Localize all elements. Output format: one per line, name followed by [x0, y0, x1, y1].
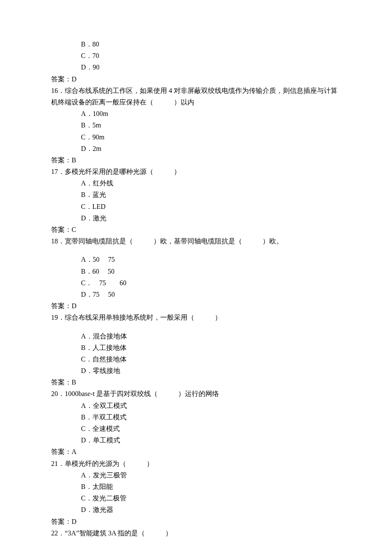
q17-option-c: C．LED [51, 201, 341, 212]
q17-option-b: B．蓝光 [51, 189, 341, 200]
blank-line [51, 247, 341, 254]
q17-option-a: A．红外线 [51, 177, 341, 189]
q17-option-d: D．激光 [51, 212, 341, 224]
q21-option-a: A．发光三极管 [51, 469, 341, 481]
q15-option-c: C．70 [51, 50, 341, 61]
q18-option-a: A．50 75 [51, 254, 341, 265]
q18-option-c: C． 75 60 [51, 277, 341, 289]
q16-stem: 16．综合布线系统的工作区，如果使用 4 对非屏蔽双绞线电缆作为传输介质，则信息… [51, 85, 341, 108]
q16-option-c: C．90m [51, 131, 341, 143]
q16-option-d: D．2m [51, 143, 341, 154]
q15-option-d: D．90 [51, 61, 341, 73]
q16-option-b: B．5m [51, 119, 341, 131]
q16-answer: 答案：B [51, 154, 341, 166]
q19-stem: 19．综合布线采用单独接地系统时，一般采用（ ） [51, 312, 341, 323]
q15-option-b: B．80 [51, 38, 341, 50]
document-page: B．80 C．70 D．90 答案：D 16．综合布线系统的工作区，如果使用 4… [0, 0, 392, 555]
q17-answer: 答案：C [51, 224, 341, 235]
q15-answer: 答案：D [51, 73, 341, 85]
q19-option-d: D．零线接地 [51, 365, 341, 376]
q21-stem: 21．单模光纤的光源为（ ） [51, 458, 341, 469]
q17-stem: 17．多模光纤采用的是哪种光源（ ） [51, 166, 341, 177]
q18-answer: 答案：D [51, 300, 341, 312]
q18-option-b: B．60 50 [51, 266, 341, 277]
q20-answer: 答案：A [51, 446, 341, 457]
q20-stem: 20．1000base-t 是基于四对双绞线（ ）运行的网络 [51, 388, 341, 399]
q21-option-b: B．太阳能 [51, 481, 341, 492]
q16-option-a: A．100m [51, 108, 341, 119]
q18-stem: 18．宽带同轴电缆阻抗是（ ）欧，基带同轴电缆阻抗是（ ）欧。 [51, 235, 341, 247]
q21-answer: 答案：D [51, 516, 341, 527]
q19-option-b: B．人工接地体 [51, 342, 341, 353]
q20-option-a: A．全双工模式 [51, 400, 341, 411]
q18-option-d: D．75 50 [51, 289, 341, 300]
q20-option-b: B．半双工模式 [51, 411, 341, 423]
blank-line [51, 324, 341, 330]
q21-option-d: D．激光器 [51, 504, 341, 515]
q19-option-c: C．自然接地体 [51, 353, 341, 365]
q21-option-c: C．发光二极管 [51, 492, 341, 504]
q19-option-a: A．混合接地体 [51, 330, 341, 342]
q20-option-d: D．单工模式 [51, 434, 341, 446]
q20-option-c: C．全速模式 [51, 423, 341, 434]
q22-stem: 22．“3A”智能建筑 3A 指的是（ ） [51, 527, 341, 539]
q19-answer: 答案：B [51, 376, 341, 388]
